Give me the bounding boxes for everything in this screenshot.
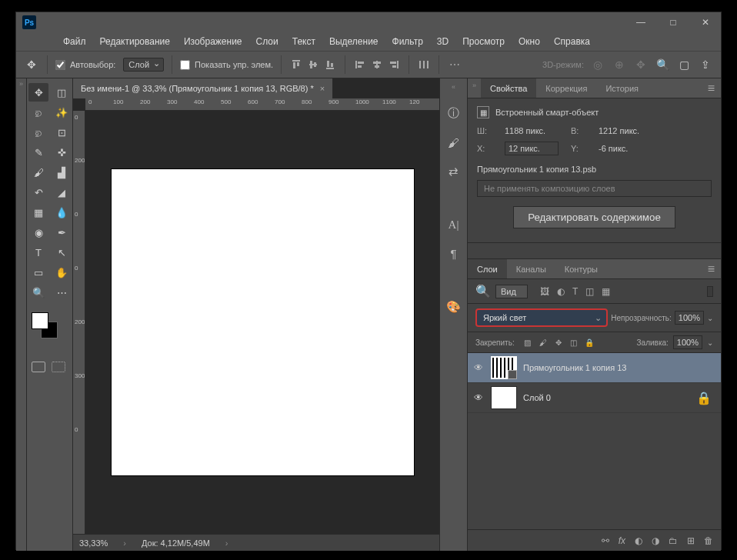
panel-menu-icon[interactable]: ≡ (702, 78, 721, 98)
brush-tool[interactable]: 🖌 (28, 163, 48, 182)
workspace-icon[interactable]: ▢ (676, 58, 692, 71)
chevron-icon[interactable]: « (452, 83, 455, 91)
zoom-level[interactable]: 33,33% (79, 538, 108, 548)
show-controls-input[interactable] (180, 60, 190, 70)
lock-transparency-icon[interactable]: ▨ (522, 338, 533, 347)
lock-position-icon[interactable]: ✥ (553, 338, 564, 347)
visibility-icon[interactable]: 👁 (474, 392, 485, 403)
y-value[interactable]: -6 пикс. (599, 144, 652, 153)
magic-wand-tool[interactable]: ✨ (52, 103, 72, 122)
lock-artboard-icon[interactable]: ◫ (569, 338, 579, 347)
x-value[interactable]: 12 пикс. (505, 142, 559, 155)
quickmask-icon[interactable] (32, 362, 45, 372)
delete-layer-icon[interactable]: 🗑 (704, 535, 713, 546)
more-options-icon[interactable]: ⋯ (447, 58, 462, 71)
filter-text-icon[interactable]: T (572, 286, 578, 297)
layer-fx-icon[interactable]: fx (619, 535, 625, 546)
layer-item[interactable]: 👁 Слой 0 🔒 (468, 383, 721, 413)
paragraph-icon[interactable]: ¶ (450, 247, 456, 260)
layer-name[interactable]: Прямоугольник 1 копия 13 (523, 363, 715, 372)
menu-layers[interactable]: Слои (249, 33, 285, 50)
tab-properties[interactable]: Свойства (481, 78, 536, 98)
color-swatches[interactable] (30, 311, 69, 342)
tab-layers[interactable]: Слои (468, 259, 507, 278)
menu-window[interactable]: Окно (512, 33, 547, 50)
menu-help[interactable]: Справка (547, 33, 597, 50)
fill-value[interactable]: 100% (673, 335, 702, 349)
filter-toggle[interactable] (707, 286, 713, 297)
history-brush-tool[interactable]: ↶ (28, 183, 48, 202)
layer-thumbnail[interactable] (491, 386, 517, 409)
lock-all-icon[interactable]: 🔒 (584, 338, 595, 347)
autoselect-checkbox[interactable]: Автовыбор: (55, 60, 115, 70)
3d-orbit-icon[interactable]: ◎ (590, 58, 605, 71)
marquee-tool[interactable]: ◫ (52, 83, 72, 102)
foreground-color[interactable] (32, 312, 48, 329)
chevron-down-icon[interactable]: ⌄ (707, 314, 713, 322)
filter-image-icon[interactable]: 🖼 (540, 286, 549, 297)
width-value[interactable]: 1188 пикс. (505, 126, 559, 135)
edit-toolbar[interactable]: ⋯ (52, 283, 72, 302)
align-vcenter-icon[interactable] (306, 58, 320, 72)
menu-file[interactable]: Файл (56, 33, 93, 50)
align-left-icon[interactable] (353, 58, 367, 72)
close-tab-icon[interactable]: × (320, 84, 325, 93)
dodge-tool[interactable]: ◉ (28, 223, 48, 242)
menu-view[interactable]: Просмотр (455, 33, 512, 50)
edit-contents-button[interactable]: Редактировать содержимое (513, 206, 675, 228)
layer-thumbnail[interactable] (491, 356, 517, 379)
layer-name[interactable]: Слой 0 (523, 393, 690, 402)
lasso-tool[interactable]: ⟄ (28, 103, 48, 122)
path-select-tool[interactable]: ↖ (52, 243, 72, 262)
eyedropper-tool[interactable]: ✎ (28, 143, 48, 162)
lock-image-icon[interactable]: 🖌 (538, 338, 549, 347)
menu-select[interactable]: Выделение (322, 33, 385, 50)
hand-tool[interactable]: ✋ (52, 263, 72, 282)
adjustment-layer-icon[interactable]: ◑ (652, 535, 659, 546)
tab-history[interactable]: История (596, 78, 648, 98)
adjustments-icon[interactable]: ⇄ (449, 165, 459, 178)
canvas[interactable] (112, 169, 414, 475)
frame-tool[interactable]: ⊡ (52, 123, 72, 142)
chevron-icon[interactable]: › (225, 538, 228, 548)
align-bottom-icon[interactable] (323, 58, 337, 72)
chevron-down-icon[interactable]: ⌄ (707, 338, 713, 347)
canvas-viewport[interactable] (85, 111, 439, 534)
align-top-icon[interactable] (289, 58, 303, 72)
autoselect-input[interactable] (55, 60, 65, 70)
tab-correction[interactable]: Коррекция (536, 78, 596, 98)
document-tab[interactable]: Без имени-1 @ 33,3% (Прямоугольник 1 коп… (73, 78, 333, 98)
layer-mask-icon[interactable]: ◐ (635, 535, 642, 546)
tab-paths[interactable]: Контуры (555, 259, 607, 278)
autoselect-target-select[interactable]: Слой (123, 58, 164, 72)
text-tool[interactable]: T (28, 243, 48, 262)
doc-size[interactable]: Док: 4,12M/5,49M (142, 538, 210, 548)
eraser-tool[interactable]: ◢ (52, 183, 72, 202)
crop-tool[interactable]: ⟄ (28, 123, 48, 142)
screenmode-icon[interactable] (52, 362, 65, 372)
3d-pan-icon[interactable]: ⊕ (612, 58, 627, 71)
character-icon[interactable]: A| (449, 218, 459, 232)
panel-separator[interactable] (468, 242, 721, 259)
pen-tool[interactable]: ✒ (52, 223, 72, 242)
shape-tool[interactable]: ▭ (28, 263, 48, 282)
menu-edit[interactable]: Редактирование (93, 33, 177, 50)
align-right-icon[interactable] (387, 58, 401, 72)
height-value[interactable]: 1212 пикс. (599, 126, 652, 135)
zoom-tool[interactable]: 🔍 (28, 283, 48, 302)
group-icon[interactable]: 🗀 (669, 535, 678, 546)
menu-3d[interactable]: 3D (430, 33, 455, 50)
visibility-icon[interactable]: 👁 (474, 362, 485, 373)
layer-item[interactable]: 👁 Прямоугольник 1 копия 13 (468, 353, 721, 383)
minimize-button[interactable]: — (632, 16, 650, 28)
3d-slide-icon[interactable]: ✥ (633, 58, 649, 71)
filter-smart-icon[interactable]: ▦ (602, 286, 610, 297)
panel-menu-icon[interactable]: ≡ (702, 259, 721, 278)
menu-text[interactable]: Текст (285, 33, 322, 50)
stamp-tool[interactable]: ▟ (52, 163, 72, 182)
maximize-button[interactable]: □ (664, 16, 682, 28)
tab-channels[interactable]: Каналы (507, 259, 555, 278)
brush-settings-icon[interactable]: 🖌 (448, 136, 459, 149)
blend-mode-select[interactable]: Яркий свет (475, 308, 608, 327)
lock-icon[interactable]: 🔒 (696, 391, 712, 405)
